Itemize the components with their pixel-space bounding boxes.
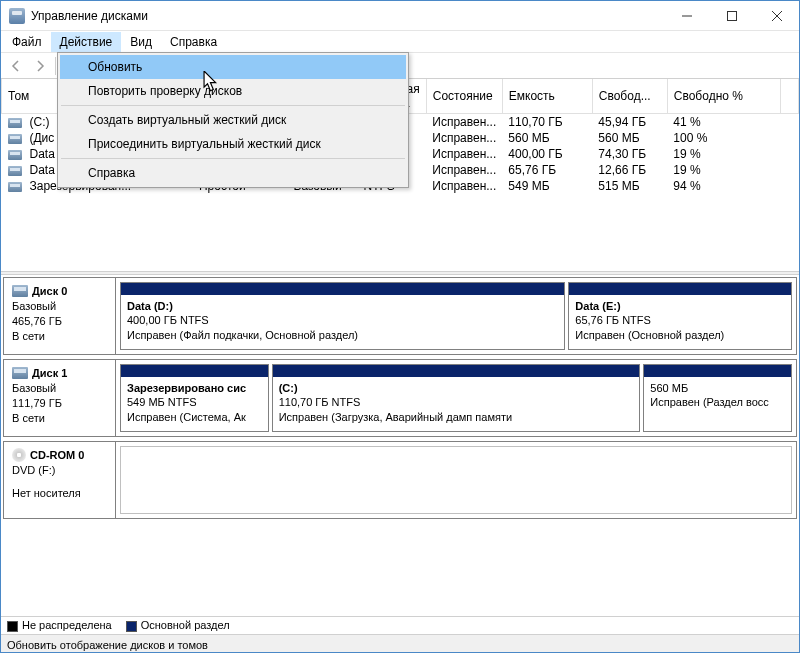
partition-state: Исправен (Раздел восс <box>650 395 785 409</box>
disk-icon <box>8 182 22 192</box>
disk-kind: Базовый <box>12 299 107 314</box>
disk-graphic[interactable]: Диск 1Базовый111,79 ГБВ сетиЗарезервиров… <box>3 359 797 437</box>
vol-state: Исправен... <box>426 162 502 178</box>
vol-free: 560 МБ <box>592 130 667 146</box>
partition-color-bar <box>121 365 268 377</box>
maximize-button[interactable] <box>709 1 754 30</box>
app-icon <box>9 8 25 24</box>
status-text: Обновить отображение дисков и томов <box>7 639 208 651</box>
menu-rescan[interactable]: Повторить проверку дисков <box>60 79 406 103</box>
col-freepct[interactable]: Свободно % <box>667 79 780 114</box>
disk-header[interactable]: Диск 0Базовый465,76 ГБВ сети <box>4 278 116 354</box>
disk-status: В сети <box>12 411 107 426</box>
partition[interactable]: Data (E:)65,76 ГБ NTFSИсправен (Основной… <box>568 282 792 350</box>
menu-create-vhd[interactable]: Создать виртуальный жесткий диск <box>60 108 406 132</box>
partition[interactable]: Data (D:)400,00 ГБ NTFSИсправен (Файл по… <box>120 282 565 350</box>
vol-free: 515 МБ <box>592 178 667 194</box>
col-state[interactable]: Состояние <box>426 79 502 114</box>
vol-free: 12,66 ГБ <box>592 162 667 178</box>
disk-icon <box>8 118 22 128</box>
disk-kind: Базовый <box>12 381 107 396</box>
col-spare[interactable] <box>781 79 799 114</box>
vol-state: Исправен... <box>426 114 502 131</box>
disk-status: В сети <box>12 329 107 344</box>
disk-name: Диск 0 <box>32 284 67 299</box>
svg-rect-1 <box>727 11 736 20</box>
menu-bar: Файл Действие Вид Справка Обновить Повто… <box>1 31 799 53</box>
partition-color-bar <box>644 365 791 377</box>
partition-state: Исправен (Файл подкачки, Основной раздел… <box>127 328 558 342</box>
vol-state: Исправен... <box>426 130 502 146</box>
partition-state: Исправен (Система, Ак <box>127 410 262 424</box>
disk-status: Нет носителя <box>12 486 107 501</box>
disk-partitions: Data (D:)400,00 ГБ NTFSИсправен (Файл по… <box>116 278 796 354</box>
vol-cap: 65,76 ГБ <box>502 162 592 178</box>
disk-name: Диск 1 <box>32 366 67 381</box>
partition-label: (C:) <box>279 381 634 395</box>
vol-state: Исправен... <box>426 146 502 162</box>
status-bar: Обновить отображение дисков и томов <box>1 634 799 653</box>
disk-partitions <box>120 446 792 514</box>
disk-icon <box>8 166 22 176</box>
partition[interactable]: (C:)110,70 ГБ NTFSИсправен (Загрузка, Ав… <box>272 364 641 432</box>
menu-help-item[interactable]: Справка <box>60 161 406 185</box>
partition[interactable]: Зарезервировано сис549 МБ NTFSИсправен (… <box>120 364 269 432</box>
legend-unallocated: Не распределена <box>22 619 112 631</box>
disk-icon <box>8 134 22 144</box>
legend-swatch-unallocated <box>7 621 18 632</box>
vol-cap: 110,70 ГБ <box>502 114 592 131</box>
close-button[interactable] <box>754 1 799 30</box>
hdd-icon <box>12 285 28 297</box>
forward-button[interactable] <box>29 55 51 77</box>
partition-state: Исправен (Основной раздел) <box>575 328 785 342</box>
vol-pct: 41 % <box>667 114 780 131</box>
disk-header[interactable]: CD-ROM 0DVD (F:)Нет носителя <box>4 442 116 518</box>
partition[interactable]: 560 МБИсправен (Раздел восс <box>643 364 792 432</box>
back-button[interactable] <box>5 55 27 77</box>
vol-free: 45,94 ГБ <box>592 114 667 131</box>
legend-swatch-primary <box>126 621 137 632</box>
partition-color-bar <box>273 365 640 377</box>
partition-label: Зарезервировано сис <box>127 381 262 395</box>
disk-partitions: Зарезервировано сис549 МБ NTFSИсправен (… <box>116 360 796 436</box>
disk-kind: DVD (F:) <box>12 463 107 478</box>
graphical-disk-pane: Диск 0Базовый465,76 ГБВ сетиData (D:)400… <box>1 275 799 616</box>
menu-separator <box>61 158 405 159</box>
vol-free: 74,30 ГБ <box>592 146 667 162</box>
partition-color-bar <box>569 283 791 295</box>
vol-pct: 100 % <box>667 130 780 146</box>
disk-name: CD-ROM 0 <box>30 448 84 463</box>
legend-primary: Основной раздел <box>141 619 230 631</box>
partition-size: 65,76 ГБ NTFS <box>575 313 785 327</box>
menu-help[interactable]: Справка <box>161 32 226 52</box>
action-dropdown: Обновить Повторить проверку дисков Созда… <box>57 52 409 188</box>
legend: Не распределена Основной раздел <box>1 616 799 634</box>
disk-graphic[interactable]: Диск 0Базовый465,76 ГБВ сетиData (D:)400… <box>3 277 797 355</box>
disk-graphic[interactable]: CD-ROM 0DVD (F:)Нет носителя <box>3 441 797 519</box>
vol-pct: 19 % <box>667 146 780 162</box>
title-bar: Управление дисками <box>1 1 799 31</box>
partition-color-bar <box>121 283 564 295</box>
toolbar-separator <box>55 57 56 75</box>
window-title: Управление дисками <box>31 9 664 23</box>
menu-file[interactable]: Файл <box>3 32 51 52</box>
menu-action[interactable]: Действие <box>51 32 122 52</box>
disk-header[interactable]: Диск 1Базовый111,79 ГБВ сети <box>4 360 116 436</box>
partition-size: 110,70 ГБ NTFS <box>279 395 634 409</box>
cd-icon <box>12 448 26 462</box>
menu-refresh[interactable]: Обновить <box>60 55 406 79</box>
disk-size: 111,79 ГБ <box>12 396 107 411</box>
partition-label: Data (E:) <box>575 299 785 313</box>
partition-size: 549 МБ NTFS <box>127 395 262 409</box>
partition-size: 560 МБ <box>650 381 785 395</box>
minimize-button[interactable] <box>664 1 709 30</box>
menu-view[interactable]: Вид <box>121 32 161 52</box>
partition-state: Исправен (Загрузка, Аварийный дамп памят… <box>279 410 634 424</box>
vol-cap: 549 МБ <box>502 178 592 194</box>
menu-attach-vhd[interactable]: Присоединить виртуальный жесткий диск <box>60 132 406 156</box>
partition-size: 400,00 ГБ NTFS <box>127 313 558 327</box>
col-free[interactable]: Свобод... <box>592 79 667 114</box>
vol-state: Исправен... <box>426 178 502 194</box>
col-capacity[interactable]: Емкость <box>502 79 592 114</box>
menu-separator <box>61 105 405 106</box>
